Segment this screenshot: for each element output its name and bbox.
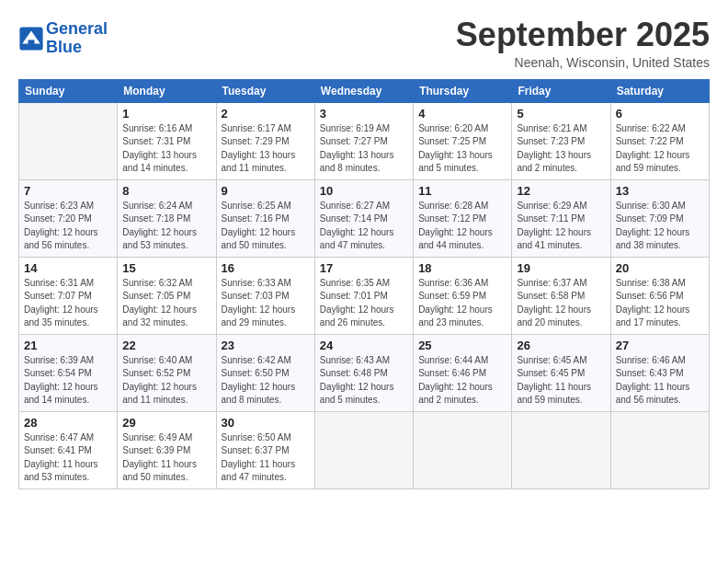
calendar-cell: 7Sunrise: 6:23 AMSunset: 7:20 PMDaylight…: [19, 179, 118, 257]
sunrise-text: Sunrise: 6:37 AM: [517, 278, 586, 288]
sunrise-text: Sunrise: 6:32 AM: [122, 278, 192, 288]
sunset-text: Sunset: 6:39 PM: [122, 445, 190, 455]
daylight-text: Daylight: 12 hours and 41 minutes.: [517, 227, 591, 251]
daylight-text: Daylight: 12 hours and 44 minutes.: [418, 227, 493, 251]
logo-line2: Blue: [46, 38, 82, 56]
day-info: Sunrise: 6:42 AMSunset: 6:50 PMDaylight:…: [222, 354, 310, 408]
calendar-cell: [19, 102, 118, 179]
day-info: Sunrise: 6:33 AMSunset: 7:03 PMDaylight:…: [222, 277, 310, 330]
day-info: Sunrise: 6:37 AMSunset: 6:58 PMDaylight:…: [517, 277, 605, 330]
header: General Blue September 2025 Neenah, Wisc…: [18, 17, 710, 70]
sunset-text: Sunset: 7:12 PM: [418, 213, 486, 224]
sunrise-text: Sunrise: 6:28 AM: [418, 201, 488, 211]
calendar-cell: 8Sunrise: 6:24 AMSunset: 7:18 PMDaylight…: [118, 179, 216, 257]
sunset-text: Sunset: 6:59 PM: [418, 291, 486, 301]
daylight-text: Daylight: 12 hours and 32 minutes.: [122, 304, 197, 328]
sunset-text: Sunset: 6:46 PM: [418, 368, 486, 378]
calendar-cell: 28Sunrise: 6:47 AMSunset: 6:41 PMDayligh…: [19, 411, 118, 488]
col-saturday: Saturday: [610, 79, 709, 102]
location: Neenah, Wisconsin, United States: [456, 55, 710, 70]
day-number: 5: [517, 107, 605, 121]
calendar-week-3: 21Sunrise: 6:39 AMSunset: 6:54 PMDayligh…: [19, 334, 710, 411]
month-title: September 2025: [456, 17, 710, 53]
sunset-text: Sunset: 6:56 PM: [616, 291, 684, 301]
daylight-text: Daylight: 11 hours and 59 minutes.: [517, 382, 591, 406]
sunset-text: Sunset: 6:58 PM: [517, 291, 585, 301]
col-sunday: Sunday: [19, 79, 118, 102]
calendar-cell: 9Sunrise: 6:25 AMSunset: 7:16 PMDaylight…: [216, 179, 314, 257]
sunrise-text: Sunrise: 6:47 AM: [24, 432, 94, 442]
daylight-text: Daylight: 12 hours and 17 minutes.: [616, 304, 690, 328]
day-info: Sunrise: 6:36 AMSunset: 6:59 PMDaylight:…: [418, 277, 506, 330]
day-number: 7: [24, 184, 112, 198]
day-number: 22: [122, 339, 210, 352]
day-number: 21: [24, 339, 112, 352]
sunrise-text: Sunrise: 6:40 AM: [122, 355, 192, 365]
daylight-text: Daylight: 11 hours and 50 minutes.: [122, 459, 197, 483]
calendar-cell: 1Sunrise: 6:16 AMSunset: 7:31 PMDaylight…: [118, 102, 216, 179]
sunset-text: Sunset: 6:54 PM: [24, 368, 92, 378]
day-number: 12: [517, 184, 605, 198]
title-block: September 2025 Neenah, Wisconsin, United…: [456, 17, 710, 70]
calendar-cell: 6Sunrise: 6:22 AMSunset: 7:22 PMDaylight…: [610, 102, 709, 179]
page: General Blue September 2025 Neenah, Wisc…: [0, 0, 728, 563]
day-number: 6: [616, 107, 704, 121]
day-info: Sunrise: 6:19 AMSunset: 7:27 PMDaylight:…: [320, 122, 408, 176]
sunset-text: Sunset: 7:05 PM: [122, 291, 190, 301]
sunset-text: Sunset: 7:01 PM: [320, 291, 388, 301]
calendar-cell: [610, 411, 709, 488]
day-info: Sunrise: 6:16 AMSunset: 7:31 PMDaylight:…: [122, 122, 210, 176]
daylight-text: Daylight: 13 hours and 8 minutes.: [320, 150, 394, 174]
sunrise-text: Sunrise: 6:19 AM: [320, 123, 390, 133]
sunset-text: Sunset: 7:16 PM: [222, 213, 290, 224]
calendar-cell: 4Sunrise: 6:20 AMSunset: 7:25 PMDaylight…: [414, 102, 512, 179]
day-number: 26: [517, 339, 605, 352]
calendar-cell: [512, 411, 610, 488]
sunset-text: Sunset: 7:23 PM: [517, 136, 585, 146]
day-number: 1: [122, 107, 210, 121]
calendar-cell: 12Sunrise: 6:29 AMSunset: 7:11 PMDayligh…: [512, 179, 610, 257]
day-number: 8: [122, 184, 210, 198]
logo-line1: General: [46, 19, 108, 38]
day-info: Sunrise: 6:35 AMSunset: 7:01 PMDaylight:…: [320, 277, 408, 330]
day-info: Sunrise: 6:17 AMSunset: 7:29 PMDaylight:…: [222, 122, 310, 176]
sunrise-text: Sunrise: 6:27 AM: [320, 201, 390, 211]
day-number: 24: [320, 339, 408, 352]
day-number: 28: [24, 416, 112, 430]
day-number: 25: [418, 339, 506, 352]
day-info: Sunrise: 6:20 AMSunset: 7:25 PMDaylight:…: [418, 122, 506, 176]
daylight-text: Daylight: 12 hours and 59 minutes.: [616, 150, 690, 174]
sunset-text: Sunset: 7:03 PM: [222, 291, 290, 301]
sunset-text: Sunset: 7:22 PM: [616, 136, 684, 146]
daylight-text: Daylight: 11 hours and 56 minutes.: [616, 382, 690, 406]
sunset-text: Sunset: 6:48 PM: [320, 368, 388, 378]
col-monday: Monday: [118, 79, 216, 102]
calendar-cell: 27Sunrise: 6:46 AMSunset: 6:43 PMDayligh…: [610, 334, 709, 411]
sunset-text: Sunset: 7:07 PM: [24, 291, 92, 301]
calendar-cell: 20Sunrise: 6:38 AMSunset: 6:56 PMDayligh…: [610, 257, 709, 334]
logo-icon: [18, 26, 44, 52]
day-number: 9: [222, 184, 310, 198]
calendar-cell: 29Sunrise: 6:49 AMSunset: 6:39 PMDayligh…: [118, 411, 216, 488]
daylight-text: Daylight: 11 hours and 47 minutes.: [222, 459, 296, 483]
day-number: 27: [616, 339, 704, 352]
sunset-text: Sunset: 6:41 PM: [24, 445, 92, 455]
sunrise-text: Sunrise: 6:22 AM: [616, 123, 686, 133]
sunrise-text: Sunrise: 6:42 AM: [222, 355, 291, 365]
day-info: Sunrise: 6:43 AMSunset: 6:48 PMDaylight:…: [320, 354, 408, 408]
calendar-cell: 16Sunrise: 6:33 AMSunset: 7:03 PMDayligh…: [216, 257, 314, 334]
sunrise-text: Sunrise: 6:35 AM: [320, 278, 390, 288]
calendar-cell: 21Sunrise: 6:39 AMSunset: 6:54 PMDayligh…: [19, 334, 118, 411]
day-number: 23: [222, 339, 310, 352]
sunrise-text: Sunrise: 6:20 AM: [418, 123, 488, 133]
calendar-cell: 19Sunrise: 6:37 AMSunset: 6:58 PMDayligh…: [512, 257, 610, 334]
day-number: 18: [418, 261, 506, 275]
day-info: Sunrise: 6:24 AMSunset: 7:18 PMDaylight:…: [122, 200, 210, 253]
sunrise-text: Sunrise: 6:45 AM: [517, 355, 586, 365]
sunrise-text: Sunrise: 6:25 AM: [222, 201, 291, 211]
day-info: Sunrise: 6:47 AMSunset: 6:41 PMDaylight:…: [24, 431, 112, 485]
day-info: Sunrise: 6:25 AMSunset: 7:16 PMDaylight:…: [222, 200, 310, 253]
calendar-week-4: 28Sunrise: 6:47 AMSunset: 6:41 PMDayligh…: [19, 411, 710, 488]
sunrise-text: Sunrise: 6:21 AM: [517, 123, 586, 133]
calendar-cell: 13Sunrise: 6:30 AMSunset: 7:09 PMDayligh…: [610, 179, 709, 257]
